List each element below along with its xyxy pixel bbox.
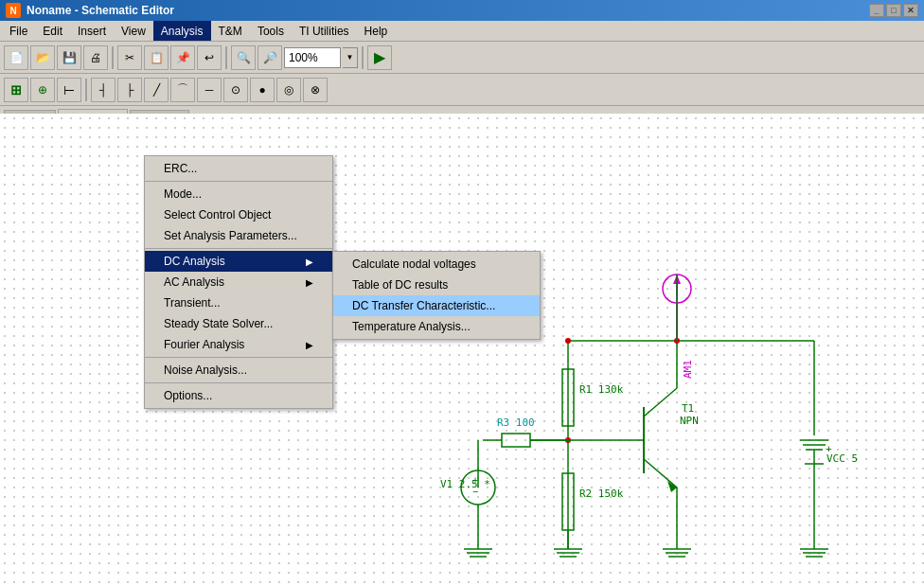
svg-text:VCC 5: VCC 5 (826, 452, 858, 465)
menu-noise[interactable]: Noise Analysis... (145, 360, 332, 381)
tb2-btn-8[interactable]: ─ (197, 78, 222, 102)
schematic-svg: R1 130k + VCC 5 R2 150k (0, 114, 924, 585)
svg-line-43 (644, 459, 677, 488)
analysis-dropdown: ERC... Mode... Select Control Object Set… (144, 155, 333, 409)
menu-tools[interactable]: Tools (250, 21, 292, 41)
zoom-dropdown[interactable]: ▼ (343, 47, 358, 68)
menu-tam[interactable]: T&M (211, 21, 250, 41)
cut-button[interactable]: ✂ (117, 45, 142, 70)
menu-file[interactable]: File (2, 21, 35, 41)
tb2-btn-1[interactable]: ⊞ (4, 78, 28, 102)
svg-text:R2 150k: R2 150k (579, 488, 624, 500)
menu-help[interactable]: Help (357, 21, 396, 41)
svg-text:NPN: NPN (680, 415, 699, 427)
new-button[interactable]: 📄 (4, 45, 28, 70)
sep-3 (362, 46, 364, 69)
tb2-btn-4[interactable]: ┤ (91, 78, 116, 102)
sep-t2-1 (85, 79, 87, 101)
sep-4 (145, 382, 332, 383)
menu-temperature[interactable]: Temperature Analysis... (333, 316, 540, 337)
paste-button[interactable]: 📌 (170, 45, 195, 70)
menu-setparams[interactable]: Set Analysis Parameters... (145, 225, 332, 246)
tb2-btn-3[interactable]: ⊢ (57, 78, 81, 102)
zoom-out-button[interactable]: 🔎 (258, 45, 282, 70)
toolbar-1: 📄 📂 💾 🖨 ✂ 📋 📌 ↩ 🔍 🔎 100% ▼ ▶ (0, 42, 924, 74)
title-bar: N Noname - Schematic Editor _ □ ✕ (0, 0, 924, 21)
print-button[interactable]: 🖨 (83, 45, 108, 70)
svg-text:R1 130k: R1 130k (579, 383, 624, 396)
undo-button[interactable]: ↩ (197, 45, 222, 70)
menu-tiutilities[interactable]: TI Utilities (292, 21, 357, 41)
svg-rect-26 (502, 434, 530, 447)
svg-point-4 (565, 338, 571, 344)
window-controls: _ □ ✕ (869, 4, 918, 17)
menu-selectcontrol[interactable]: Select Control Object (145, 204, 332, 225)
close-button[interactable]: ✕ (903, 4, 918, 17)
copy-button[interactable]: 📋 (144, 45, 169, 70)
zoom-in-button[interactable]: 🔍 (231, 45, 256, 70)
tb2-btn-10[interactable]: ● (250, 78, 275, 102)
app-icon: N (6, 3, 21, 18)
tb2-btn-11[interactable]: ◎ (276, 78, 301, 102)
sep-1 (112, 46, 114, 69)
svg-text:R3 100: R3 100 (497, 417, 535, 429)
menu-erc[interactable]: ERC... (145, 158, 332, 179)
menu-transient[interactable]: Transient... (145, 292, 332, 313)
canvas-area[interactable]: R1 130k + VCC 5 R2 150k (0, 114, 924, 585)
menu-edit[interactable]: Edit (35, 21, 70, 41)
menu-fourier[interactable]: Fourier Analysis (145, 334, 332, 355)
sep-3 (145, 357, 332, 358)
maximize-button[interactable]: □ (886, 4, 901, 17)
tb2-btn-9[interactable]: ⊙ (223, 78, 248, 102)
tb2-btn-7[interactable]: ⌒ (170, 78, 195, 102)
svg-line-40 (644, 388, 677, 417)
svg-text:AM1: AM1 (682, 360, 694, 379)
tb2-btn-6[interactable]: ╱ (144, 78, 169, 102)
tb2-btn-2[interactable]: ⊕ (30, 78, 55, 102)
open-button[interactable]: 📂 (30, 45, 55, 70)
menu-insert[interactable]: Insert (70, 21, 114, 41)
menu-table[interactable]: Table of DC results (333, 275, 540, 295)
save-button[interactable]: 💾 (57, 45, 81, 70)
svg-text:T1: T1 (682, 402, 694, 415)
tb2-btn-5[interactable]: ├ (117, 78, 142, 102)
dc-submenu: Calculate nodal voltages Table of DC res… (332, 251, 541, 340)
minimize-button[interactable]: _ (869, 4, 884, 17)
menu-transfer[interactable]: DC Transfer Characteristic... (333, 295, 540, 316)
menu-dcanalysis[interactable]: DC Analysis Calculate nodal voltages Tab… (145, 251, 332, 272)
menu-nodal[interactable]: Calculate nodal voltages (333, 254, 540, 275)
sep-1 (145, 181, 332, 182)
run-button[interactable]: ▶ (367, 45, 392, 70)
sep-2 (145, 248, 332, 249)
menu-view[interactable]: View (114, 21, 153, 41)
menu-steadystate[interactable]: Steady State Solver... (145, 313, 332, 334)
toolbar-2: ⊞ ⊕ ⊢ ┤ ├ ╱ ⌒ ─ ⊙ ● ◎ ⊗ (0, 74, 924, 106)
menu-mode[interactable]: Mode... (145, 184, 332, 204)
zoom-value[interactable]: 100% (284, 47, 341, 68)
title-text: Noname - Schematic Editor (27, 4, 174, 17)
menu-acanalysis[interactable]: AC Analysis (145, 272, 332, 292)
svg-text:V1 2.5 *: V1 2.5 * (440, 478, 490, 490)
menu-options[interactable]: Options... (145, 385, 332, 406)
sep-2 (225, 46, 227, 69)
tb2-btn-12[interactable]: ⊗ (303, 78, 328, 102)
menu-analysis[interactable]: Analysis (153, 21, 211, 41)
menu-bar: File Edit Insert View Analysis T&M Tools… (0, 21, 924, 42)
